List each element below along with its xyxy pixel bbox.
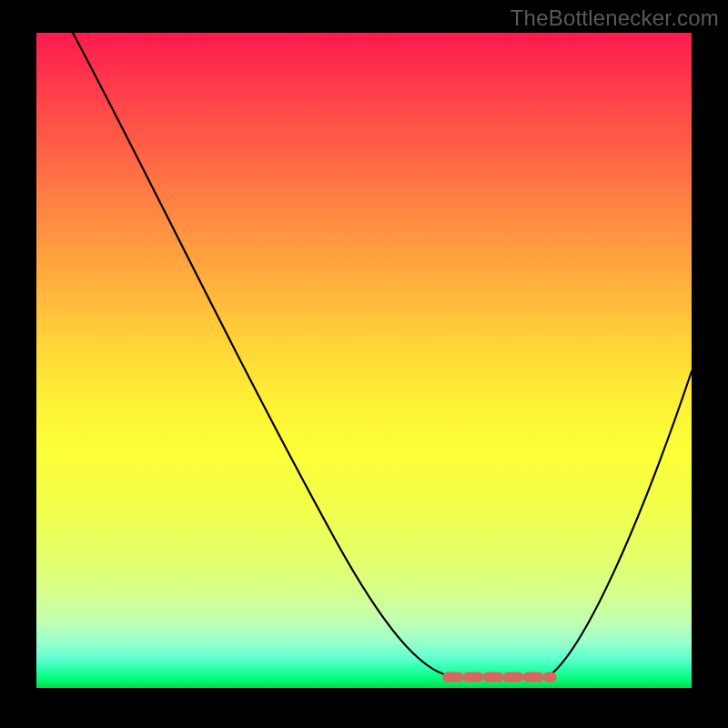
chart-container: TheBottlenecker.com — [0, 0, 728, 728]
left-curve — [73, 33, 450, 676]
watermark-text: TheBottlenecker.com — [511, 5, 719, 31]
curve-overlay — [36, 33, 692, 688]
gradient-plot-area — [36, 33, 692, 688]
optimal-start-dot — [443, 672, 453, 682]
optimal-end-dot — [547, 672, 557, 682]
right-curve — [549, 371, 692, 676]
